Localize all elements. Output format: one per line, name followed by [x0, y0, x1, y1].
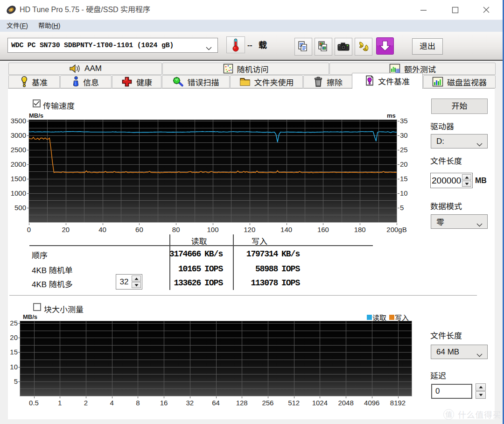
- file-length-value: 200000: [432, 173, 461, 188]
- folder-icon: [239, 77, 251, 87]
- block-size-checkbox[interactable]: [33, 303, 41, 311]
- gold-horn-icon: [357, 41, 370, 53]
- tab-folder[interactable]: 文件夹使用: [230, 75, 303, 88]
- chevron-down-icon: [476, 220, 483, 229]
- tab-random-access[interactable]: 随机访问: [162, 63, 329, 75]
- tab-benchmark[interactable]: 基准: [8, 75, 60, 88]
- close-icon: [483, 6, 490, 14]
- data-pattern-label: 数据模式: [430, 200, 462, 212]
- window-title: HD Tune Pro 5.75 - 硬盘/SSD 实用程序: [20, 0, 150, 20]
- tab-label: 健康: [136, 76, 152, 88]
- delay-value: 0: [435, 385, 440, 398]
- maximize-button[interactable]: [445, 0, 465, 20]
- hd-tune-window: HD Tune Pro 5.75 - 硬盘/SSD 实用程序 文件(F) 帮助(…: [0, 0, 504, 424]
- download-update-button[interactable]: [376, 37, 395, 56]
- gold-horn-button[interactable]: [355, 38, 372, 56]
- spin-down-icon[interactable]: [132, 282, 141, 288]
- erase-icon: [314, 76, 323, 87]
- camera-button[interactable]: [335, 38, 352, 56]
- write-legend-swatch: [389, 315, 394, 320]
- title-bar: HD Tune Pro 5.75 - 硬盘/SSD 实用程序: [0, 0, 503, 20]
- block-file-length-select[interactable]: 64 MB: [431, 345, 488, 359]
- copy-text-button[interactable]: [294, 38, 312, 56]
- section-divider: [9, 295, 477, 296]
- minimize-button[interactable]: [413, 0, 434, 20]
- tab-label: 错误扫描: [188, 76, 219, 88]
- disk-monitor-icon: [432, 77, 443, 87]
- tab-erase[interactable]: 擦除: [303, 75, 353, 88]
- data-pattern-value: 零: [436, 215, 444, 228]
- drive-label: 驱动器: [430, 120, 454, 132]
- random-access-icon: [223, 64, 233, 74]
- drive-value: D:: [436, 134, 444, 148]
- start-button[interactable]: 开始: [431, 99, 488, 114]
- camera-icon: [337, 41, 350, 52]
- queue-depth-spinner[interactable]: 32: [116, 274, 142, 290]
- temperature-value: --: [247, 38, 259, 53]
- close-button[interactable]: [476, 0, 497, 20]
- transfer-speed-checkbox[interactable]: [33, 99, 41, 107]
- benchmark-icon: [21, 76, 28, 87]
- menu-bar: 文件(F) 帮助(H): [0, 20, 503, 32]
- tab-strip: AAM 随机访问 额外测试 基准 信息 健康 错误扫描 文件夹使用 擦除 文件基…: [0, 61, 503, 89]
- spinner-buttons: [462, 174, 471, 187]
- chevron-down-icon: [476, 350, 483, 360]
- delay-label: 延迟: [430, 369, 446, 381]
- tab-speaker[interactable]: AAM: [8, 63, 162, 75]
- tab-error-scan[interactable]: 错误扫描: [162, 75, 230, 88]
- tab-disk-monitor[interactable]: 磁盘监视器: [423, 75, 496, 88]
- transfer-speed-chart: [28, 120, 397, 223]
- minimize-icon: [420, 7, 427, 14]
- health-icon: [121, 76, 133, 87]
- extra-tests-icon: [389, 64, 400, 74]
- tab-file-benchmark[interactable]: 文件基准: [352, 73, 423, 89]
- file-length-spinner[interactable]: 200000: [430, 173, 473, 188]
- device-select-value: WDC PC SN730 SDBPNTY-1T00-1101 (1024 gB): [8, 42, 174, 49]
- drive-select[interactable]: D:: [431, 134, 488, 148]
- file-benchmark-icon: [365, 75, 374, 87]
- spin-down-icon[interactable]: [462, 181, 471, 187]
- tab-label: 磁盘监视器: [447, 76, 487, 88]
- tab-label: 信息: [83, 76, 99, 88]
- temperature-button[interactable]: [226, 36, 245, 53]
- queue-depth-value: 32: [116, 275, 132, 289]
- watermark-badge: 值: [443, 409, 454, 420]
- copy-text-icon: [297, 41, 309, 53]
- exit-button[interactable]: 退出: [412, 38, 443, 55]
- menu-help[interactable]: 帮助(H): [33, 20, 65, 32]
- spin-down-icon[interactable]: [476, 391, 486, 399]
- toolbar: WDC PC SN730 SDBPNTY-1T00-1101 (1024 gB)…: [0, 32, 503, 61]
- delay-spinner[interactable]: [476, 383, 486, 399]
- block-size-chart: [20, 321, 412, 396]
- tab-info[interactable]: 信息: [60, 75, 112, 88]
- block-file-length-value: 64 MB: [436, 345, 459, 359]
- chevron-down-icon: [206, 44, 212, 52]
- tab-label: 基准: [32, 76, 48, 88]
- tab-label: 文件基准: [378, 75, 410, 87]
- tab-health[interactable]: 健康: [112, 75, 161, 88]
- tab-label: 擦除: [327, 76, 343, 88]
- spinner-buttons: [132, 276, 141, 288]
- spin-up-icon[interactable]: [462, 174, 471, 180]
- temperature-unit: 载: [259, 38, 267, 53]
- speaker-icon: [69, 64, 81, 74]
- watermark-text: 什么值得买: [458, 408, 501, 420]
- file-length-label: 文件长度: [430, 155, 462, 166]
- watermark: 值 什么值得买: [443, 408, 501, 420]
- delay-input[interactable]: 0: [431, 384, 472, 399]
- spin-up-icon[interactable]: [132, 276, 141, 282]
- file-length-unit: MB: [475, 177, 487, 185]
- data-pattern-select[interactable]: 零: [431, 214, 488, 229]
- block-size-label: 块大小测量: [44, 303, 84, 315]
- copy-image-button[interactable]: [315, 38, 332, 56]
- tab-label: 随机访问: [237, 63, 269, 75]
- tab-label: AAM: [84, 64, 102, 73]
- thermometer-icon: [231, 38, 241, 52]
- read-legend-swatch: [367, 315, 372, 320]
- copy-image-icon: [317, 41, 329, 53]
- spin-up-icon[interactable]: [476, 383, 486, 391]
- device-select[interactable]: WDC PC SN730 SDBPNTY-1T00-1101 (1024 gB): [7, 38, 218, 53]
- maximize-icon: [452, 7, 459, 14]
- menu-file[interactable]: 文件(F): [1, 20, 33, 32]
- block-file-length-label: 文件长度: [430, 329, 462, 341]
